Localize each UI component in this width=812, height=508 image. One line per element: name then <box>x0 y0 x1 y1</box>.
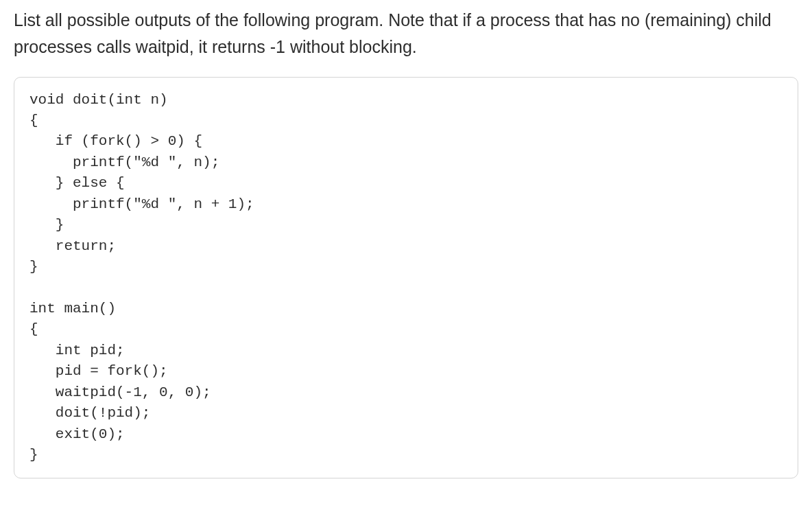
question-text: List all possible outputs of the followi… <box>14 7 798 60</box>
document-container: List all possible outputs of the followi… <box>0 0 812 492</box>
code-block: void doit(int n) { if (fork() > 0) { pri… <box>14 77 798 479</box>
